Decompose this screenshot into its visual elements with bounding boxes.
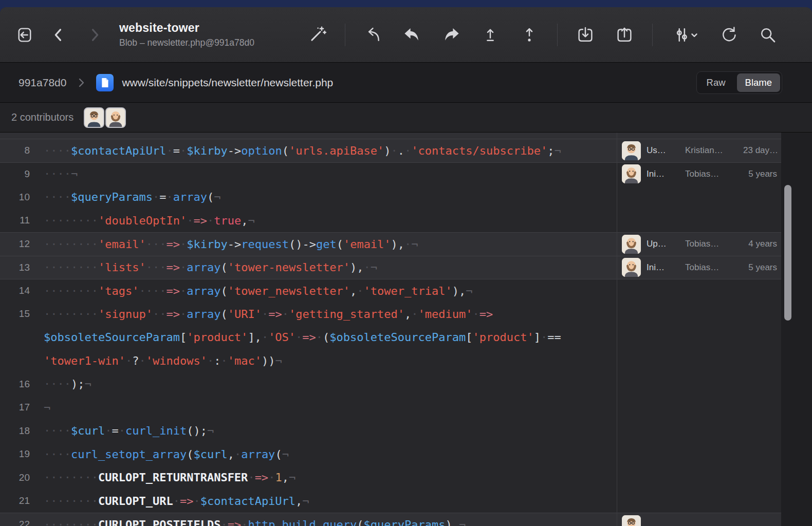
- pull-button[interactable]: [401, 24, 423, 46]
- contributors-avatars: [84, 107, 126, 128]
- line-number: 21: [0, 495, 30, 506]
- line-number: 14: [0, 285, 30, 296]
- blame-message: Up…: [647, 239, 679, 249]
- code-text: ········CURLOPT_POSTFIELDS·=>·http_build…: [44, 518, 617, 526]
- code-text: 'tower1-win'·?·'windows'·:·'mac'))¬: [44, 354, 617, 367]
- chevron-left-icon: [49, 26, 68, 44]
- avatar-kristian: [84, 107, 104, 128]
- code-text: ····$contactApiUrl·=·$kirby->option('url…: [44, 144, 617, 157]
- blame-button[interactable]: Blame: [737, 73, 780, 92]
- line-number: 19: [0, 448, 30, 460]
- stash-apply-icon: [615, 26, 634, 44]
- nav-back-button[interactable]: [47, 24, 70, 46]
- line-number: 15: [0, 308, 30, 320]
- code-text: ········'lists'···=>·array('tower-newsle…: [44, 261, 617, 274]
- avatar-tobias: [105, 107, 126, 128]
- blame-empty: [617, 396, 781, 420]
- nav-forward-button[interactable]: [83, 24, 106, 46]
- search-icon: [759, 26, 777, 44]
- undo-button[interactable]: [362, 24, 384, 46]
- code-line: 21········CURLOPT_URL·=>·$contactApiUrl,…: [0, 490, 812, 513]
- checkout-button[interactable]: [479, 24, 502, 46]
- blame-view: 8····$contactApiUrl·=·$kirby->option('ur…: [0, 133, 812, 526]
- code-text: ········'tags'····=>·array('tower_newsle…: [44, 285, 617, 297]
- code-text: ········'signup'··=>·array('URI'·=>·'get…: [44, 308, 617, 321]
- back-panel-icon: [15, 26, 34, 44]
- view-switch: Raw Blame: [696, 71, 782, 94]
- magic-wand-button[interactable]: [306, 24, 328, 46]
- code-line: 16····);¬: [0, 372, 812, 396]
- line-number: 11: [0, 215, 30, 226]
- line-number: 22: [0, 519, 30, 526]
- code-line: 9····¬Ini…Tobias…5 years: [0, 162, 812, 186]
- blame-time: 23 day…: [743, 145, 781, 156]
- blame-author: Tobias…: [685, 239, 737, 249]
- commit-hash[interactable]: 991a78d0: [19, 77, 66, 89]
- blame-entry[interactable]: Us…Kristian…23 day…: [617, 139, 781, 162]
- code-text: ¬: [44, 401, 617, 414]
- avatar-kristian: [622, 515, 641, 526]
- avatar-kristian: [622, 141, 641, 160]
- app-window: website-tower Blob – newsletter.php@991a…: [0, 7, 812, 526]
- magic-wand-icon: [308, 26, 326, 44]
- code-text: ····curl_setopt_array($curl,·array(¬: [44, 448, 617, 461]
- blame-gutter-divider: [617, 133, 617, 526]
- blame-empty: [617, 372, 781, 396]
- push-arrow-icon: [442, 26, 460, 44]
- stash-save-icon: [576, 26, 595, 44]
- stash-save-button[interactable]: [574, 24, 597, 46]
- blame-entry[interactable]: Ini…Tobias…5 years: [617, 163, 781, 186]
- line-number: 17: [0, 402, 30, 413]
- blame-empty: [617, 133, 781, 139]
- code-line: 11········'doubleOptIn'·=>·true,¬: [0, 209, 812, 233]
- code-line: 17¬: [0, 396, 812, 420]
- avatar-tobias: [622, 235, 641, 254]
- blame-empty: [617, 279, 781, 303]
- workflow-button[interactable]: [669, 24, 701, 46]
- blame-empty: [617, 466, 781, 490]
- code-text: ········'email'···=>·$kirby->request()->…: [44, 238, 617, 251]
- line-number: 9: [0, 168, 30, 180]
- blame-time: 5 years: [748, 262, 781, 273]
- contributors-label: 2 contributors: [11, 111, 73, 123]
- blame-empty: [617, 209, 781, 233]
- avatar-tobias: [622, 164, 641, 183]
- blame-empty: [617, 349, 781, 373]
- back-panel-button[interactable]: [13, 24, 36, 46]
- toolbar-divider: [557, 24, 558, 46]
- undo-arrow-icon: [364, 26, 382, 44]
- push-button[interactable]: [440, 24, 463, 46]
- commit-button[interactable]: [518, 24, 541, 46]
- code-line: 19····curl_setopt_array($curl,·array(¬: [0, 443, 812, 466]
- line-number: 8: [0, 145, 30, 156]
- blame-time: 5 years: [748, 169, 781, 179]
- blame-empty: [617, 326, 781, 349]
- blame-author: Tobias…: [685, 262, 737, 273]
- title-block: website-tower Blob – newsletter.php@991a…: [119, 21, 304, 48]
- blame-empty: [617, 303, 781, 326]
- workflow-sliders-icon: [671, 26, 699, 44]
- search-button[interactable]: [756, 24, 779, 46]
- code-line: 13········'lists'···=>·array('tower-news…: [0, 256, 812, 279]
- code-line: 22········CURLOPT_POSTFIELDS·=>·http_bui…: [0, 513, 812, 526]
- code-text: ····$curl·=·curl_init();¬: [44, 424, 617, 437]
- stash-apply-button[interactable]: [613, 24, 636, 46]
- toolbar-divider: [652, 24, 653, 46]
- code-text: ····);¬: [44, 378, 617, 390]
- code-line: 12········'email'···=>·$kirby->request()…: [0, 232, 812, 256]
- checkout-icon: [481, 26, 500, 44]
- refresh-button[interactable]: [717, 24, 740, 46]
- code-line: 20········CURLOPT_RETURNTRANSFER·=>·1,¬: [0, 466, 812, 490]
- breadcrumb-chevron-icon: [75, 76, 88, 89]
- raw-button[interactable]: Raw: [698, 73, 734, 92]
- blame-entry[interactable]: Up…Tobias…4 years: [617, 233, 781, 256]
- scrollbar-track[interactable]: [781, 133, 812, 526]
- refresh-icon: [719, 26, 738, 44]
- file-path: www/site/snippets/newsletter/newsletter.…: [122, 77, 333, 89]
- chevron-right-icon: [85, 26, 104, 44]
- window-subtitle: Blob – newsletter.php@991a78d0: [119, 37, 304, 48]
- code-line: 14········'tags'····=>·array('tower_news…: [0, 279, 812, 303]
- blame-entry[interactable]: Ini…Tobias…5 years: [617, 256, 781, 279]
- scrollbar-thumb[interactable]: [784, 185, 791, 321]
- blame-entry[interactable]: [617, 513, 781, 526]
